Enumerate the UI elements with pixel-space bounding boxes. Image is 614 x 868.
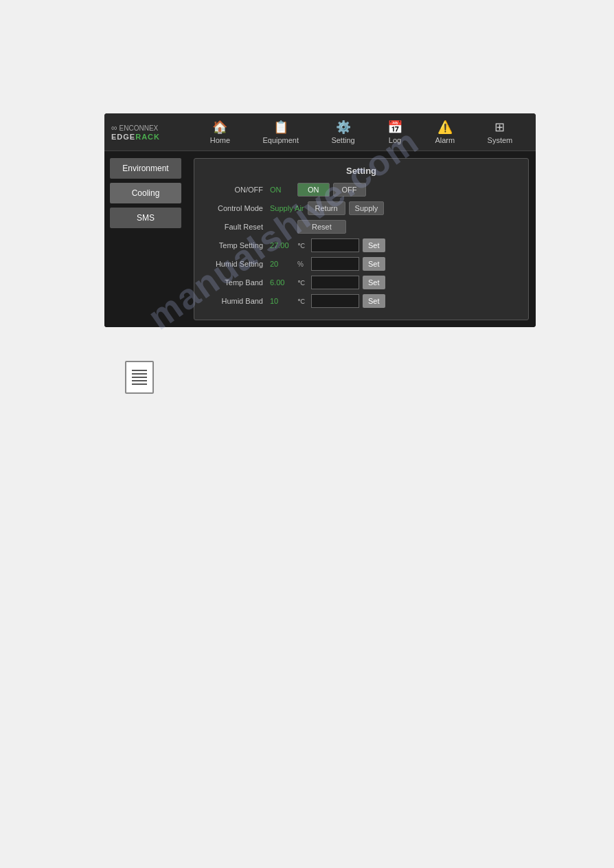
doc-line-5	[132, 383, 147, 385]
doc-line-4	[132, 380, 147, 381]
logo-top-text: ENCONNEX	[120, 124, 159, 132]
doc-line-2	[132, 373, 147, 375]
setting-panel: Setting ON/OFF ON ON OFF Control Mode Su…	[194, 158, 529, 320]
input-humid-setting[interactable]	[311, 257, 359, 271]
nav-log[interactable]: 📅 Log	[380, 116, 409, 148]
btn-off[interactable]: OFF	[333, 183, 366, 197]
panel-title: Setting	[205, 166, 518, 176]
unit-humid-band: ℃	[297, 298, 308, 305]
sidebar-cooling[interactable]: Cooling	[110, 183, 181, 203]
nav-items: 🏠 Home 📋 Equipment ⚙️ Setting 📅 Log ⚠️ A…	[194, 116, 529, 148]
logo-bottom: EDGERACK	[111, 133, 180, 141]
label-humid-band: Humid Band	[205, 297, 266, 305]
nav-equipment[interactable]: 📋 Equipment	[255, 116, 306, 148]
nav-home-label: Home	[210, 136, 230, 144]
label-control-mode: Control Mode	[205, 204, 266, 212]
doc-line-3	[132, 377, 147, 378]
nav-system[interactable]: ⊞ System	[481, 116, 520, 148]
input-humid-band[interactable]	[311, 294, 359, 308]
home-icon: 🏠	[212, 120, 227, 135]
nav-alarm[interactable]: ⚠️ Alarm	[428, 116, 462, 148]
btn-return[interactable]: Return	[308, 201, 345, 215]
label-humid-setting: Humid Setting	[205, 260, 266, 268]
nav-equipment-label: Equipment	[262, 136, 299, 144]
input-temp-band[interactable]	[311, 276, 359, 289]
nav-setting-label: Setting	[331, 136, 354, 144]
alarm-icon: ⚠️	[437, 120, 453, 135]
label-fault-reset: Fault Reset	[205, 223, 266, 231]
btn-set-temp-band[interactable]: Set	[363, 276, 385, 289]
row-on-off: ON/OFF ON ON OFF	[205, 183, 518, 197]
logo-top: ∞ ENCONNEX	[111, 123, 180, 133]
nav-setting[interactable]: ⚙️ Setting	[324, 116, 361, 148]
nav-bar: ∞ ENCONNEX EDGERACK 🏠 Home 📋 Equipment ⚙…	[104, 113, 536, 151]
value-humid-band: 10	[270, 297, 294, 305]
doc-line-1	[132, 370, 147, 371]
doc-lines	[132, 370, 147, 385]
equipment-icon: 📋	[273, 120, 288, 135]
unit-temp-band: ℃	[297, 279, 308, 287]
nav-system-label: System	[488, 136, 513, 144]
row-control-mode: Control Mode Supply Air Return Supply	[205, 201, 518, 215]
system-icon: ⊞	[494, 120, 505, 135]
label-temp-band: Temp Band	[205, 278, 266, 287]
app-window: ∞ ENCONNEX EDGERACK 🏠 Home 📋 Equipment ⚙…	[104, 113, 536, 327]
sidebar-environment[interactable]: Environment	[110, 158, 181, 179]
value-temp-setting: 27.00	[270, 241, 294, 249]
logo: ∞ ENCONNEX EDGERACK	[111, 123, 180, 141]
row-fault-reset: Fault Reset Reset	[205, 220, 518, 234]
setting-icon: ⚙️	[336, 120, 351, 135]
content-area: Environment Cooling SMS Setting ON/OFF O…	[104, 151, 536, 327]
input-temp-setting[interactable]	[311, 238, 359, 252]
row-humid-band: Humid Band 10 ℃ Set	[205, 294, 518, 308]
nav-home[interactable]: 🏠 Home	[203, 116, 237, 148]
value-temp-band: 6.00	[270, 278, 294, 287]
bottom-doc-icon	[125, 361, 154, 394]
label-temp-setting: Temp Setting	[205, 241, 266, 249]
sidebar-sms[interactable]: SMS	[110, 208, 181, 228]
row-humid-setting: Humid Setting 20 % Set	[205, 257, 518, 271]
logo-rack: RACK	[135, 133, 160, 141]
value-humid-setting: 20	[270, 260, 294, 268]
btn-set-humid-band[interactable]: Set	[363, 294, 385, 308]
btn-set-temp[interactable]: Set	[363, 238, 385, 252]
nav-log-label: Log	[389, 136, 401, 144]
log-icon: 📅	[387, 120, 402, 135]
value-on-off: ON	[270, 186, 294, 194]
btn-on[interactable]: ON	[297, 183, 330, 197]
nav-alarm-label: Alarm	[435, 136, 455, 144]
btn-set-humid[interactable]: Set	[363, 257, 385, 271]
infinity-icon: ∞	[111, 123, 117, 133]
btn-reset[interactable]: Reset	[297, 220, 346, 234]
label-on-off: ON/OFF	[205, 186, 266, 194]
value-control-mode: Supply Air	[270, 204, 304, 212]
unit-temp-setting: ℃	[297, 242, 308, 249]
unit-humid-setting: %	[297, 260, 308, 268]
row-temp-setting: Temp Setting 27.00 ℃ Set	[205, 238, 518, 252]
btn-supply[interactable]: Supply	[349, 201, 385, 215]
row-temp-band: Temp Band 6.00 ℃ Set	[205, 276, 518, 289]
sidebar: Environment Cooling SMS	[104, 151, 187, 327]
logo-edge: EDGE	[111, 133, 135, 141]
main-panel: Setting ON/OFF ON ON OFF Control Mode Su…	[187, 151, 536, 327]
